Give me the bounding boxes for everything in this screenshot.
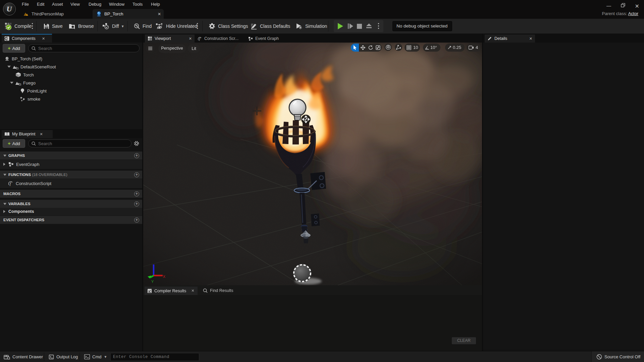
svg-text:U: U xyxy=(7,5,12,13)
svg-text:f: f xyxy=(10,181,11,186)
svg-text:Y: Y xyxy=(151,280,154,284)
svg-text:X: X xyxy=(163,275,166,279)
